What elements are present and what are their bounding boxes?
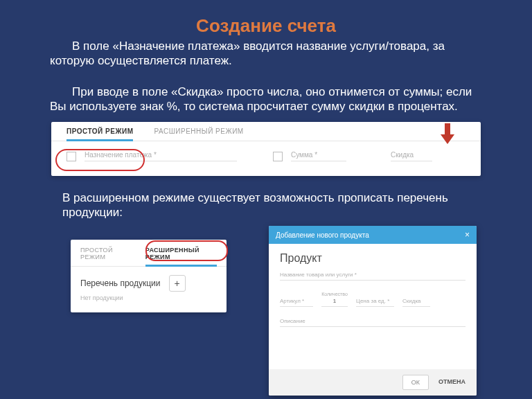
modal-footer: ОК ОТМЕНА [269,369,477,396]
empty-product-list: Нет продукции [71,294,227,308]
screenshot-add-product-modal: Добавление нового продукта × Продукт Наз… [269,226,477,396]
screenshot-simple-mode: ПРОСТОЙ РЕЖИМ РАСШИРЕННЫЙ РЕЖИМ Назначен… [51,122,481,176]
checkbox-purpose[interactable] [66,152,76,161]
field-description[interactable]: Описание [280,318,466,327]
field-discount[interactable]: Скидка [391,151,432,161]
tab-simple-2[interactable]: ПРОСТОЙ РЕЖИМ [80,247,133,267]
close-icon[interactable]: × [465,231,470,239]
modal-title: Добавление нового продукта [276,231,369,239]
mode-tabs: ПРОСТОЙ РЕЖИМ РАСШИРЕННЫЙ РЕЖИМ [51,122,481,141]
modal-header: Добавление нового продукта × [269,226,477,244]
checkbox-amount[interactable] [273,152,283,161]
ok-button[interactable]: ОК [402,375,429,390]
modal-heading: Продукт [280,252,466,265]
page-title: Создание счета [0,15,532,37]
paragraph-3: В расширенном режиме существует возможно… [62,190,478,220]
tab-simple[interactable]: ПРОСТОЙ РЕЖИМ [66,127,133,141]
tab-advanced[interactable]: РАСШИРЕННЫЙ РЕЖИМ [154,127,243,141]
field-purpose[interactable]: Назначение платежа * [85,151,237,161]
screenshot-advanced-mode: ПРОСТОЙ РЕЖИМ РАСШИРЕННЫЙ РЕЖИМ Перечень… [71,240,227,312]
field-price[interactable]: Цена за ед. * [356,298,394,307]
paragraph-2: При вводе в поле «Скидка» просто числа, … [50,85,479,114]
simple-mode-row: Назначение платежа * Сумма * Скидка [51,141,481,168]
field-quantity[interactable]: 1 [321,298,348,307]
tab-advanced-2[interactable]: РАСШИРЕННЫЙ РЕЖИМ [145,247,217,267]
field-product-name[interactable]: Название товара или услуги * [280,272,466,281]
field-article[interactable]: Артикул * [280,298,313,307]
paragraph-1-text: В поле «Назначение платежа» вводится наз… [50,39,445,67]
label-quantity: Количество [321,292,348,296]
mode-tabs-2: ПРОСТОЙ РЕЖИМ РАСШИРЕННЫЙ РЕЖИМ [71,240,227,267]
cancel-button[interactable]: ОТМЕНА [436,375,468,390]
slide: Создание счета В поле «Назначение платеж… [0,0,532,399]
paragraph-1: В поле «Назначение платежа» вводится наз… [50,39,466,69]
modal-body: Продукт Название товара или услуги * Арт… [269,244,477,369]
plus-icon: + [174,278,179,288]
product-list-label: Перечень продукции [80,278,161,288]
field-modal-discount[interactable]: Скидка [402,298,430,307]
field-amount[interactable]: Сумма * [291,151,346,161]
product-list-row: Перечень продукции + [71,267,227,294]
add-product-button[interactable]: + [169,275,186,292]
paragraph-2-text: При вводе в поле «Скидка» просто числа, … [50,85,472,113]
